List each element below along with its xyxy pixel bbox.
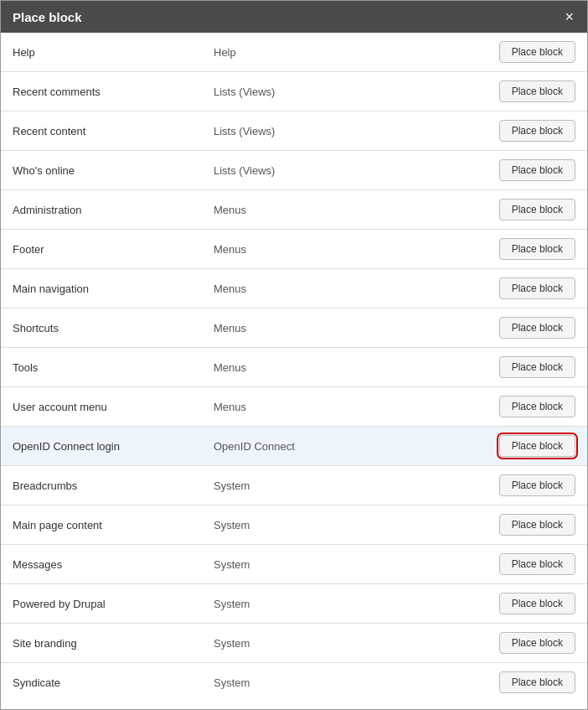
block-name: Main navigation: [1, 269, 202, 308]
table-row: BreadcrumbsSystemPlace block: [1, 466, 587, 505]
place-block-button[interactable]: Place block: [499, 238, 575, 260]
block-category: Menus: [202, 230, 361, 269]
place-block-button[interactable]: Place block: [499, 593, 575, 614]
block-name: Footer: [1, 230, 202, 269]
place-block-cell: Place block: [361, 545, 587, 584]
place-block-cell: Place block: [361, 72, 587, 111]
table-row: Recent contentLists (Views)Place block: [1, 111, 587, 151]
block-name: Shortcuts: [1, 308, 202, 348]
place-block-cell: Place block: [361, 190, 587, 230]
block-category: Menus: [202, 190, 361, 230]
table-row: FooterMenusPlace block: [1, 230, 587, 269]
block-category: System: [202, 663, 361, 702]
place-block-cell: Place block: [361, 33, 587, 72]
block-name: Recent comments: [1, 72, 202, 111]
block-name: Main page content: [1, 505, 202, 545]
place-block-button[interactable]: Place block: [499, 80, 575, 102]
block-category: Lists (Views): [202, 111, 361, 151]
place-block-dialog: Place block × HelpHelpPlace blockRecent …: [0, 0, 588, 710]
place-block-button[interactable]: Place block: [499, 396, 575, 417]
place-block-cell: Place block: [361, 387, 587, 427]
table-row: Site brandingSystemPlace block: [1, 624, 587, 663]
place-block-cell: Place block: [361, 505, 587, 545]
block-name: Site branding: [1, 624, 202, 663]
block-name: Breadcrumbs: [1, 466, 202, 505]
block-category: System: [202, 584, 361, 624]
block-name: Administration: [1, 190, 202, 230]
table-row: Powered by DrupalSystemPlace block: [1, 584, 587, 624]
block-name: Who's online: [1, 151, 202, 190]
blocks-table: HelpHelpPlace blockRecent commentsLists …: [1, 33, 587, 702]
block-name: User account menu: [1, 387, 202, 427]
place-block-button[interactable]: Place block: [499, 671, 575, 693]
place-block-cell: Place block: [361, 624, 587, 663]
block-name: Recent content: [1, 111, 202, 151]
table-row: Recent commentsLists (Views)Place block: [1, 72, 587, 111]
block-category: Lists (Views): [202, 151, 361, 190]
place-block-cell: Place block: [361, 151, 587, 190]
place-block-button[interactable]: Place block: [499, 120, 575, 142]
place-block-button[interactable]: Place block: [499, 159, 575, 181]
place-block-button[interactable]: Place block: [499, 632, 575, 654]
table-row: ToolsMenusPlace block: [1, 348, 587, 387]
block-name: Help: [1, 33, 202, 72]
block-category: Menus: [202, 269, 361, 308]
table-row: OpenID Connect loginOpenID ConnectPlace …: [1, 427, 587, 466]
block-category: System: [202, 505, 361, 545]
table-row: HelpHelpPlace block: [1, 33, 587, 72]
place-block-button[interactable]: Place block: [499, 435, 575, 457]
table-row: SyndicateSystemPlace block: [1, 663, 587, 702]
place-block-button[interactable]: Place block: [499, 553, 575, 575]
block-name: Powered by Drupal: [1, 584, 202, 624]
block-category: Menus: [202, 308, 361, 348]
place-block-button[interactable]: Place block: [499, 356, 575, 378]
block-category: Help: [202, 33, 361, 72]
block-category: System: [202, 466, 361, 505]
place-block-cell: Place block: [361, 308, 587, 348]
place-block-cell: Place block: [361, 663, 587, 702]
table-row: MessagesSystemPlace block: [1, 545, 587, 584]
place-block-cell: Place block: [361, 427, 587, 466]
place-block-button[interactable]: Place block: [499, 41, 575, 63]
block-name: Tools: [1, 348, 202, 387]
block-name: Syndicate: [1, 663, 202, 702]
place-block-button[interactable]: Place block: [499, 199, 575, 220]
place-block-cell: Place block: [361, 269, 587, 308]
block-category: OpenID Connect: [202, 427, 361, 466]
place-block-cell: Place block: [361, 348, 587, 387]
close-button[interactable]: ×: [563, 9, 575, 24]
dialog-title: Place block: [13, 10, 82, 24]
table-row: AdministrationMenusPlace block: [1, 190, 587, 230]
block-category: Lists (Views): [202, 72, 361, 111]
block-category: Menus: [202, 387, 361, 427]
block-category: Menus: [202, 348, 361, 387]
table-row: Who's onlineLists (Views)Place block: [1, 151, 587, 190]
place-block-cell: Place block: [361, 230, 587, 269]
place-block-button[interactable]: Place block: [499, 474, 575, 496]
place-block-cell: Place block: [361, 584, 587, 624]
block-name: Messages: [1, 545, 202, 584]
block-category: System: [202, 624, 361, 663]
table-row: User account menuMenusPlace block: [1, 387, 587, 427]
table-row: Main navigationMenusPlace block: [1, 269, 587, 308]
table-row: ShortcutsMenusPlace block: [1, 308, 587, 348]
dialog-header: Place block ×: [1, 1, 587, 33]
place-block-button[interactable]: Place block: [499, 514, 575, 536]
place-block-button[interactable]: Place block: [499, 317, 575, 339]
place-block-button[interactable]: Place block: [499, 277, 575, 299]
block-category: System: [202, 545, 361, 584]
place-block-cell: Place block: [361, 111, 587, 151]
place-block-cell: Place block: [361, 466, 587, 505]
block-name: OpenID Connect login: [1, 427, 202, 466]
dialog-body: HelpHelpPlace blockRecent commentsLists …: [1, 33, 587, 709]
table-row: Main page contentSystemPlace block: [1, 505, 587, 545]
